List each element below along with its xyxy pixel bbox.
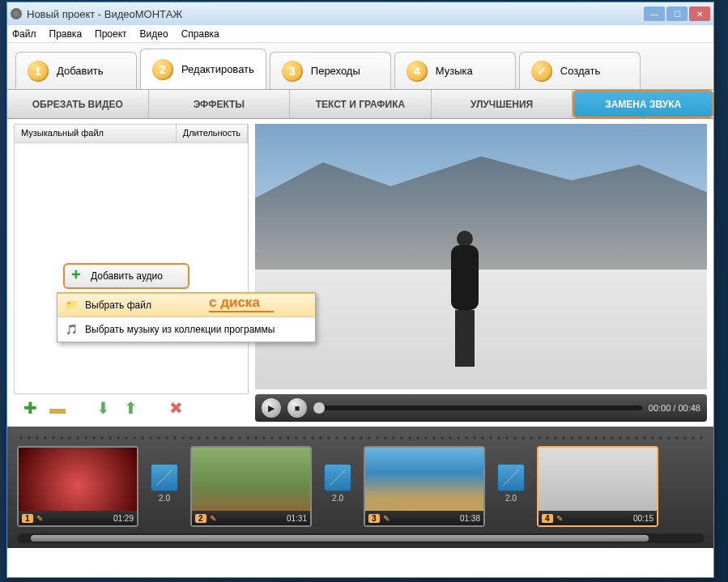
subtab-enhance[interactable]: УЛУЧШЕНИЯ [432, 90, 573, 118]
list-delete-button[interactable]: ✖ [166, 398, 185, 418]
menu-project[interactable]: Проект [95, 28, 127, 40]
timeline-scrollbar[interactable] [17, 533, 704, 543]
music-note-icon: 🎵 [64, 322, 79, 337]
plus-icon: + [71, 269, 86, 283]
annotation-from-disk: с диска [209, 295, 274, 312]
menu-video[interactable]: Видео [140, 28, 168, 40]
edit-icon: ✎ [556, 514, 563, 523]
clip-4[interactable]: 4✎00:15 [537, 446, 658, 527]
player-controls: ▶ ■ 00:00 / 00:48 [255, 394, 707, 422]
list-add-button[interactable]: ✚ [20, 398, 40, 418]
list-move-down-button[interactable]: ⬇ [93, 398, 113, 418]
step-edit[interactable]: 2Редактировать [140, 49, 266, 89]
preview-pane: ▶ ■ 00:00 / 00:48 [255, 124, 707, 422]
folder-icon: 📁 [64, 298, 79, 312]
player-time: 00:00 / 00:48 [649, 403, 700, 413]
timeline: 1✎01:29 2.0 2✎01:31 2.0 3✎01:38 2.0 4✎00… [7, 427, 713, 548]
subtab-text[interactable]: ТЕКСТ И ГРАФИКА [290, 90, 432, 118]
audio-list-pane: Музыкальный файл Длительность + Добавить… [14, 124, 249, 422]
clip-1[interactable]: 1✎01:29 [17, 446, 138, 527]
transition-2[interactable]: 2.0 [323, 464, 352, 509]
video-preview[interactable] [255, 124, 707, 389]
step-music[interactable]: 4Музыка [394, 52, 516, 89]
col-file: Музыкальный файл [15, 125, 177, 142]
step-create[interactable]: Создать [519, 52, 641, 89]
clip-2[interactable]: 2✎01:31 [190, 446, 312, 527]
subtab-crop[interactable]: ОБРЕЗАТЬ ВИДЕО [7, 90, 149, 118]
step-transitions[interactable]: 3Переходы [270, 52, 391, 89]
play-button[interactable]: ▶ [262, 398, 281, 418]
step-add[interactable]: 1Добавить [15, 52, 137, 89]
step-tabs: 1Добавить 2Редактировать 3Переходы 4Музы… [7, 43, 713, 90]
transition-1[interactable]: 2.0 [150, 464, 179, 509]
col-duration: Длительность [177, 125, 248, 142]
titlebar: Новый проект - ВидеоМОНТАЖ — ☐ ✕ [7, 2, 713, 25]
subtab-effects[interactable]: ЭФФЕКТЫ [149, 90, 291, 118]
list-remove-button[interactable]: ▬ [48, 398, 67, 418]
audio-list-body: + Добавить аудио с диска 📁 Выбрать файл … [14, 143, 249, 394]
popup-choose-collection[interactable]: 🎵 Выбрать музыку из коллекции программы [57, 317, 315, 342]
window-title: Новый проект - ВидеоМОНТАЖ [27, 8, 182, 20]
maximize-button[interactable]: ☐ [666, 6, 688, 21]
stop-button[interactable]: ■ [287, 398, 307, 418]
menu-edit[interactable]: Правка [49, 28, 83, 40]
menu-file[interactable]: Файл [12, 28, 36, 40]
close-button[interactable]: ✕ [689, 6, 710, 21]
clip-3[interactable]: 3✎01:38 [364, 446, 485, 527]
minimize-button[interactable]: — [644, 6, 665, 21]
menubar: Файл Правка Проект Видео Справка [7, 25, 713, 43]
transition-3[interactable]: 2.0 [496, 464, 526, 509]
list-move-up-button[interactable]: ⬆ [121, 398, 140, 418]
edit-subtabs: ОБРЕЗАТЬ ВИДЕО ЭФФЕКТЫ ТЕКСТ И ГРАФИКА У… [7, 90, 713, 119]
app-window: Новый проект - ВидеоМОНТАЖ — ☐ ✕ Файл Пр… [6, 2, 714, 578]
subtab-audio-replace[interactable]: ЗАМЕНА ЗВУКА [573, 90, 713, 118]
popup-choose-file[interactable]: 📁 Выбрать файл [57, 293, 315, 317]
list-toolbar: ✚ ▬ ⬇ ⬆ ✖ [14, 394, 249, 422]
edit-icon: ✎ [36, 514, 43, 523]
edit-icon: ✎ [383, 514, 390, 523]
add-audio-popup: 📁 Выбрать файл 🎵 Выбрать музыку из колле… [57, 292, 316, 342]
edit-icon: ✎ [210, 514, 216, 523]
menu-help[interactable]: Справка [181, 28, 219, 40]
seek-slider[interactable] [313, 406, 642, 410]
add-audio-button[interactable]: + Добавить аудио [63, 263, 189, 289]
audio-list-header: Музыкальный файл Длительность [14, 124, 249, 143]
app-icon [11, 8, 22, 19]
